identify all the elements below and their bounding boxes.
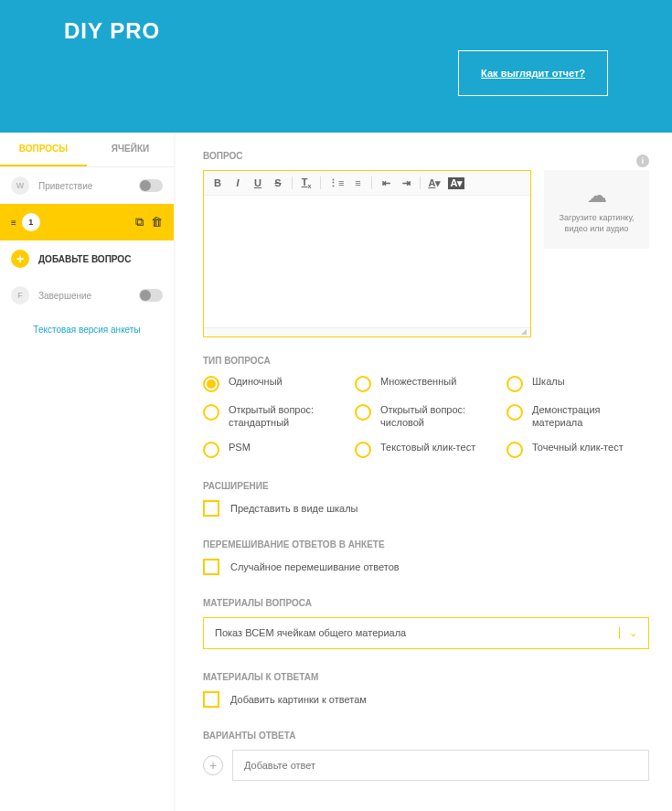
cloud-upload-icon: ☁ bbox=[587, 184, 607, 208]
radio-icon bbox=[507, 376, 523, 392]
question-section-label: ВОПРОС bbox=[203, 151, 242, 161]
radio-icon bbox=[355, 404, 371, 421]
greeting-badge: W bbox=[11, 176, 29, 195]
media-upload[interactable]: ☁ Загрузите картинку, видео или аудио bbox=[544, 170, 649, 249]
qtype-single[interactable]: Одиночный bbox=[203, 375, 346, 392]
radio-icon bbox=[355, 376, 371, 392]
extension-checkbox[interactable] bbox=[203, 500, 219, 517]
completion-toggle[interactable] bbox=[139, 289, 163, 302]
radio-icon bbox=[203, 442, 219, 458]
qtype-text-click[interactable]: Текстовый клик-тест bbox=[355, 441, 497, 458]
qtype-scales[interactable]: Шкалы bbox=[507, 375, 649, 392]
underline-button[interactable]: U bbox=[251, 177, 264, 188]
radio-icon bbox=[203, 404, 219, 421]
completion-badge: F bbox=[11, 286, 29, 304]
extension-checkbox-label: Представить в виде шкалы bbox=[230, 503, 357, 514]
sidebar: ВОПРОСЫ ЯЧЕЙКИ W Приветствие ≡ 1 ⧉ 🗑 + Д… bbox=[0, 133, 174, 811]
answer-materials-checkbox-label: Добавить картинки к ответам bbox=[230, 694, 367, 705]
indent-button[interactable]: ⇥ bbox=[400, 177, 412, 189]
materials-dropdown[interactable]: Показ ВСЕМ ячейкам общего материала ⌄ bbox=[203, 617, 649, 649]
sidebar-item-greeting[interactable]: W Приветствие bbox=[0, 167, 174, 204]
add-question-label: ДОБАВЬТЕ ВОПРОС bbox=[38, 254, 131, 264]
editor-toolbar: B I U S Tx ⋮≡ ≡ ⇤ ⇥ A▾ A▾ bbox=[204, 171, 530, 196]
content: ВОПРОСЫ ЯЧЕЙКИ W Приветствие ≡ 1 ⧉ 🗑 + Д… bbox=[0, 133, 672, 811]
outdent-button[interactable]: ⇤ bbox=[379, 177, 392, 189]
sidebar-item-completion[interactable]: F Завершение bbox=[0, 277, 174, 314]
question-textarea[interactable] bbox=[204, 196, 530, 324]
radio-icon bbox=[507, 442, 523, 458]
radio-icon bbox=[355, 442, 371, 458]
upload-label: Загрузите картинку, видео или аудио bbox=[551, 213, 642, 234]
qtype-multiple[interactable]: Множественный bbox=[355, 375, 497, 392]
qtype-open-standard[interactable]: Открытый вопрос: стандартный bbox=[203, 403, 346, 430]
sidebar-tabs: ВОПРОСЫ ЯЧЕЙКИ bbox=[0, 133, 174, 167]
tab-cells[interactable]: ЯЧЕЙКИ bbox=[87, 133, 174, 166]
logo: DIY PRO bbox=[64, 18, 608, 44]
greeting-toggle[interactable] bbox=[139, 179, 163, 192]
drag-icon[interactable]: ≡ bbox=[11, 218, 16, 228]
shuffle-checkbox-label: Случайное перемешивание ответов bbox=[230, 561, 400, 572]
answer-materials-section-label: МАТЕРИАЛЫ К ОТВЕТАМ bbox=[203, 672, 649, 682]
completion-label: Завершение bbox=[38, 291, 91, 301]
greeting-label: Приветствие bbox=[38, 181, 92, 191]
question-editor: B I U S Tx ⋮≡ ≡ ⇤ ⇥ A▾ A▾ bbox=[203, 170, 531, 337]
radio-icon bbox=[507, 404, 523, 421]
extension-section-label: РАСШИРЕНИЕ bbox=[203, 481, 649, 491]
info-icon[interactable]: i bbox=[636, 155, 649, 167]
plus-icon: + bbox=[11, 250, 29, 268]
toolbar-separator bbox=[320, 176, 321, 189]
bold-button[interactable]: B bbox=[211, 177, 224, 188]
materials-value: Показ ВСЕМ ячейкам общего материала bbox=[215, 627, 406, 638]
question-badge: 1 bbox=[22, 213, 40, 231]
shuffle-checkbox[interactable] bbox=[203, 559, 219, 575]
sidebar-item-question-1[interactable]: ≡ 1 ⧉ 🗑 bbox=[0, 204, 174, 240]
shuffle-section-label: ПЕРЕМЕШИВАНИЕ ОТВЕТОВ В АНКЕТЕ bbox=[203, 539, 649, 550]
qtype-demo-material[interactable]: Демонстрация материала bbox=[507, 403, 649, 430]
question-type-grid: Одиночный Множественный Шкалы Открытый в… bbox=[203, 375, 649, 458]
qtype-point-click[interactable]: Точечный клик-тест bbox=[507, 441, 649, 458]
italic-button[interactable]: I bbox=[231, 177, 244, 188]
chevron-down-icon: ⌄ bbox=[619, 627, 637, 639]
sidebar-add-question[interactable]: + ДОБАВЬТЕ ВОПРОС bbox=[0, 240, 174, 277]
text-version-link[interactable]: Текстовая версия анкеты bbox=[0, 314, 174, 346]
toolbar-separator bbox=[371, 176, 372, 189]
header: DIY PRO Как выглядит отчет? bbox=[0, 0, 672, 133]
font-color-button[interactable]: A▾ bbox=[428, 177, 441, 189]
radio-icon bbox=[203, 376, 219, 392]
qtype-psm[interactable]: PSM bbox=[203, 441, 346, 458]
editor-resize-handle[interactable] bbox=[204, 327, 530, 336]
answer-input[interactable] bbox=[232, 750, 649, 781]
toolbar-separator bbox=[420, 176, 421, 189]
toolbar-separator bbox=[292, 176, 293, 189]
answers-section-label: ВАРИАНТЫ ОТВЕТА bbox=[203, 731, 649, 741]
copy-icon[interactable]: ⧉ bbox=[135, 215, 144, 229]
list-numbered-button[interactable]: ⋮≡ bbox=[328, 177, 344, 189]
list-bullet-button[interactable]: ≡ bbox=[351, 177, 364, 188]
qtype-section-label: ТИП ВОПРОСА bbox=[203, 356, 649, 366]
report-preview-button[interactable]: Как выглядит отчет? bbox=[458, 50, 608, 96]
main-panel: ВОПРОС i B I U S Tx ⋮≡ ≡ ⇤ ⇥ bbox=[176, 133, 672, 811]
add-answer-button[interactable]: + bbox=[203, 755, 223, 775]
materials-section-label: МАТЕРИАЛЫ ВОПРОСА bbox=[203, 598, 649, 608]
bg-color-button[interactable]: A▾ bbox=[448, 177, 464, 189]
delete-icon[interactable]: 🗑 bbox=[151, 215, 163, 229]
strike-button[interactable]: S bbox=[272, 177, 284, 188]
answer-materials-checkbox[interactable] bbox=[203, 691, 219, 708]
qtype-open-numeric[interactable]: Открытый вопрос: числовой bbox=[355, 403, 497, 430]
clear-format-button[interactable]: Tx bbox=[300, 176, 313, 189]
tab-questions[interactable]: ВОПРОСЫ bbox=[0, 133, 87, 166]
